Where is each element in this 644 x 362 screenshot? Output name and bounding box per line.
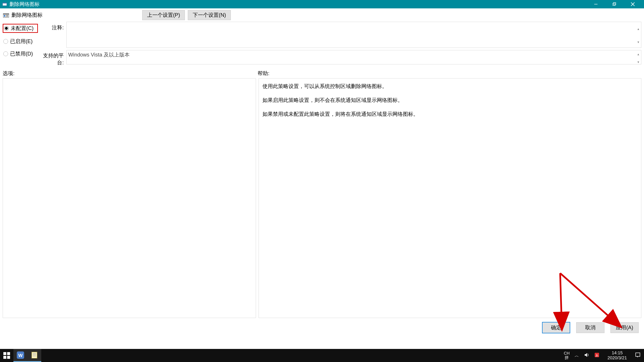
policy-icon (3, 12, 10, 18)
svg-rect-11 (6, 16, 8, 16)
radio-not-configured[interactable]: 未配置(C) (3, 24, 38, 33)
tray-clock[interactable]: 14:15 2020/3/21 (604, 351, 630, 361)
tray-volume-icon[interactable] (584, 352, 589, 359)
maximize-button[interactable] (605, 0, 624, 8)
cancel-button[interactable]: 取消 (576, 322, 604, 333)
supported-input: Windows Vista 及以上版本 (66, 50, 641, 64)
panels-labels: 选项: 帮助: (0, 66, 644, 78)
tray-chevron-up-icon[interactable]: ︿ (574, 353, 579, 359)
radio-column: 未配置(C) 已启用(E) 已禁用(D) (3, 22, 38, 66)
svg-rect-17 (3, 356, 6, 359)
svg-rect-28 (636, 353, 640, 356)
svg-rect-9 (4, 15, 5, 16)
start-button[interactable] (0, 349, 14, 362)
comment-input[interactable] (66, 22, 641, 48)
taskbar-app-notepad[interactable] (28, 349, 41, 362)
radio-not-configured-input[interactable] (4, 26, 9, 31)
svg-rect-16 (7, 352, 10, 355)
policy-name: 删除网络图标 (12, 11, 142, 18)
comment-scroll[interactable]: ▴ ▾ (636, 22, 641, 49)
supported-label: 支持的平台: (38, 50, 66, 66)
header-row: 删除网络图标 上一个设置(P) 下一个设置(N) (0, 8, 644, 22)
tray-notifications-icon[interactable] (635, 352, 641, 359)
options-label: 选项: (3, 70, 258, 77)
system-tray: CH 拼 ︿ あ 14:15 2020/3/21 (564, 351, 644, 361)
radio-enabled-label: 已启用(E) (10, 38, 32, 45)
help-label: 帮助: (258, 70, 270, 77)
svg-rect-1 (3, 3, 7, 3)
svg-rect-4 (614, 2, 616, 5)
window-icon (2, 1, 8, 7)
apply-button[interactable]: 应用(A) (610, 322, 639, 333)
svg-text:W: W (18, 353, 23, 358)
svg-rect-10 (6, 15, 8, 15)
supported-scroll[interactable]: ▴ ▾ (636, 50, 641, 66)
titlebar: 删除网络图标 (0, 0, 644, 8)
tray-time: 14:15 (608, 351, 627, 356)
tray-ime-icon[interactable]: あ (594, 353, 600, 359)
chevron-down-icon[interactable]: ▾ (636, 58, 641, 66)
chevron-up-icon[interactable]: ▴ (636, 50, 641, 58)
next-setting-button[interactable]: 下一个设置(N) (188, 10, 231, 20)
options-panel (3, 78, 256, 318)
svg-rect-18 (7, 356, 10, 359)
chevron-up-icon[interactable]: ▴ (636, 22, 641, 35)
tray-date: 2020/3/21 (608, 356, 627, 361)
panels-row: 使用此策略设置，可以从系统控制区域删除网络图标。 如果启用此策略设置，则不会在系… (0, 78, 644, 318)
config-grid: 未配置(C) 已启用(E) 已禁用(D) 注释: ▴ ▾ 支持的平台: W (0, 22, 644, 66)
taskbar-app-wps[interactable]: W (14, 349, 28, 362)
help-panel: 使用此策略设置，可以从系统控制区域删除网络图标。 如果启用此策略设置，则不会在系… (258, 78, 641, 318)
radio-not-configured-label: 未配置(C) (11, 25, 34, 32)
help-text-p3: 如果禁用或未配置此策略设置，则将在系统通知区域显示网络图标。 (262, 109, 638, 119)
svg-text:あ: あ (596, 354, 598, 357)
radio-enabled-input[interactable] (3, 39, 8, 44)
svg-rect-8 (3, 13, 9, 14)
chevron-down-icon[interactable]: ▾ (636, 35, 641, 49)
svg-rect-15 (3, 352, 6, 355)
dialog-buttons: 确定 取消 应用(A) (0, 318, 644, 337)
close-button[interactable] (624, 0, 642, 8)
radio-disabled-input[interactable] (3, 51, 8, 56)
radio-disabled-label: 已禁用(D) (10, 50, 33, 57)
svg-marker-29 (637, 356, 638, 357)
help-text-p1: 使用此策略设置，可以从系统控制区域删除网络图标。 (262, 81, 638, 91)
svg-rect-3 (613, 3, 615, 5)
radio-disabled[interactable]: 已禁用(D) (3, 50, 38, 58)
comment-label: 注释: (38, 22, 66, 49)
tray-language[interactable]: CH 拼 (564, 351, 570, 360)
svg-marker-25 (585, 353, 587, 357)
svg-rect-21 (32, 352, 37, 358)
help-text-p2: 如果启用此策略设置，则不会在系统通知区域显示网络图标。 (262, 95, 638, 105)
minimize-button[interactable] (587, 0, 605, 8)
radio-enabled[interactable]: 已启用(E) (3, 37, 38, 45)
window-title: 删除网络图标 (10, 1, 587, 8)
prev-setting-button[interactable]: 上一个设置(P) (142, 10, 185, 20)
ok-button[interactable]: 确定 (542, 322, 570, 333)
taskbar: W CH 拼 ︿ あ 14:15 2020/3/21 (0, 349, 644, 362)
